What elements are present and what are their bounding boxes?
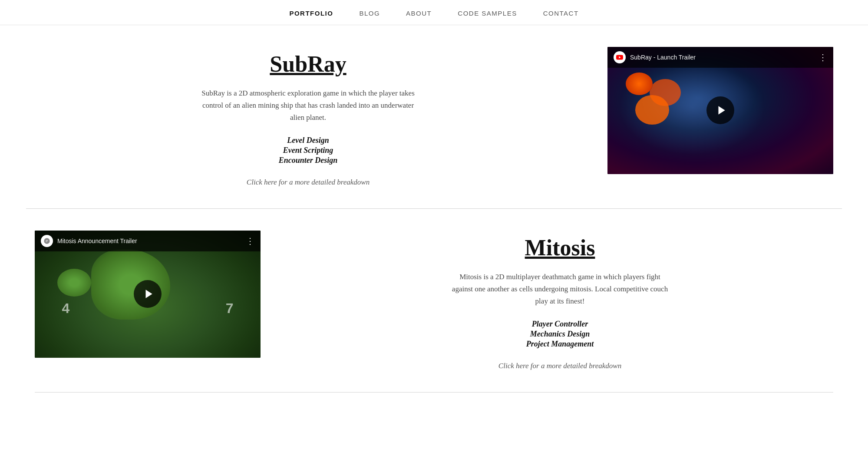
mitosis-video[interactable]: 4 7 P Mitosis Announcement Trailer ⋮ [35,231,261,358]
subray-tag-0: Level Design [287,136,329,145]
mitosis-title: Mitosis [525,235,595,261]
nav-blog[interactable]: BLOG [359,10,380,17]
mitosis-description: Mitosis is a 2D multiplayer deathmatch g… [452,271,669,307]
main-nav: PORTFOLIO BLOG ABOUT CODE SAMPLES CONTAC… [0,0,868,25]
subray-video-container: SubRay - Launch Trailer ⋮ [607,47,833,174]
nav-contact[interactable]: CONTACT [543,10,579,17]
section-divider-2 [35,392,833,393]
subray-tags: Level Design Event Scripting Encounter D… [279,136,338,165]
mitosis-tags: Player Controller Mechanics Design Proje… [526,320,594,349]
subray-video[interactable]: SubRay - Launch Trailer ⋮ [607,47,833,174]
mitosis-video-title: Mitosis Announcement Trailer [57,238,137,244]
nav-about[interactable]: ABOUT [406,10,432,17]
mitosis-more-button[interactable]: ⋮ [246,237,254,245]
mitosis-video-left: P Mitosis Announcement Trailer [41,235,137,247]
svg-marker-4 [146,290,152,299]
nav-code-samples[interactable]: CODE SAMPLES [458,10,517,17]
subray-section: SubRay SubRay is a 2D atmospheric explor… [0,25,868,208]
mitosis-tag-2: Project Management [526,340,594,349]
youtube-icon [614,51,626,63]
svg-marker-1 [719,106,725,115]
mitosis-number-right: 7 [226,300,234,317]
subray-video-title: SubRay - Launch Trailer [630,54,696,61]
subray-text: SubRay SubRay is a 2D atmospheric explor… [35,47,581,187]
mitosis-breakdown-link[interactable]: Click here for a more detailed breakdown [498,362,621,370]
mitosis-text: Mitosis Mitosis is a 2D multiplayer deat… [287,231,833,370]
svg-text:P: P [46,239,48,243]
subray-tag-2: Encounter Design [279,156,338,165]
subray-video-left: SubRay - Launch Trailer [614,51,696,63]
subray-thumbnail[interactable]: SubRay - Launch Trailer ⋮ [607,47,833,174]
mitosis-play-button[interactable] [134,280,162,308]
mitosis-tag-0: Player Controller [532,320,588,329]
subray-description: SubRay is a 2D atmospheric exploration g… [200,87,417,124]
mitosis-tag-1: Mechanics Design [530,330,590,339]
mitosis-channel-icon: P [41,235,53,247]
subray-video-bar: SubRay - Launch Trailer ⋮ [607,47,833,68]
mitosis-thumbnail[interactable]: 4 7 P Mitosis Announcement Trailer ⋮ [35,231,261,358]
subray-breakdown-link[interactable]: Click here for a more detailed breakdown [247,178,370,187]
mitosis-section: Mitosis Mitosis is a 2D multiplayer deat… [0,209,868,392]
subray-play-button[interactable] [706,96,734,124]
subray-more-button[interactable]: ⋮ [818,53,827,62]
subray-tag-1: Event Scripting [283,146,333,155]
mitosis-video-bar: P Mitosis Announcement Trailer ⋮ [35,231,261,251]
subray-title: SubRay [270,51,346,77]
nav-portfolio[interactable]: PORTFOLIO [289,10,333,17]
mitosis-video-container: 4 7 P Mitosis Announcement Trailer ⋮ [35,231,261,358]
mitosis-number-left: 4 [62,300,69,317]
